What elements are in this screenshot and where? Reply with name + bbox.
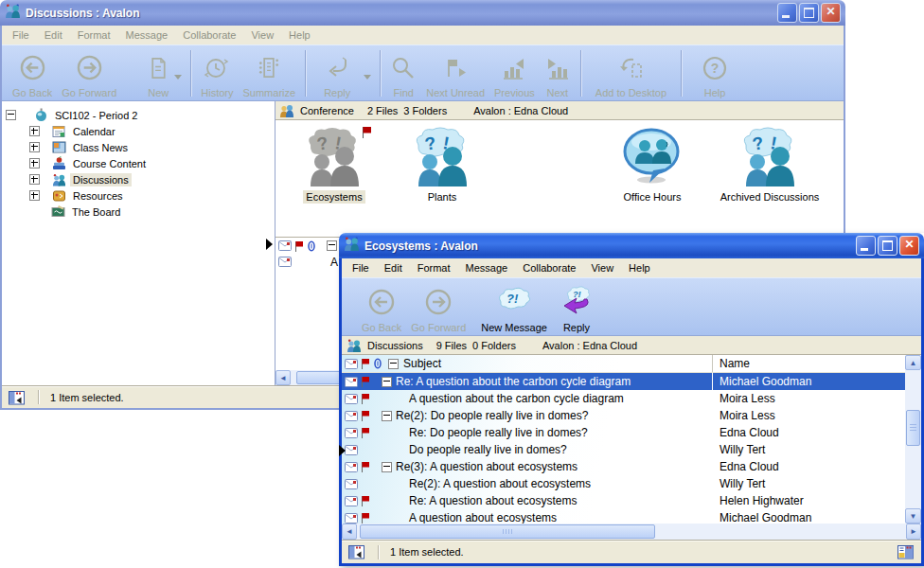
conference-item-archived-discussions[interactable]: ?! Archived Discussions <box>717 126 823 204</box>
table-row[interactable]: Re(2): Do people really live in domes? M… <box>342 407 905 424</box>
message-list: Subject Name Re: A question about the ca… <box>342 355 921 524</box>
sidebar-item-calendar[interactable]: Calendar <box>2 123 275 139</box>
summarize-icon <box>257 48 281 87</box>
attachment-icon <box>308 240 315 252</box>
expand-box-icon[interactable] <box>29 126 40 136</box>
new-dropdown-icon[interactable] <box>174 75 182 80</box>
summarize-button[interactable]: Summarize <box>239 48 301 98</box>
sidebar-item-resources[interactable]: Resources <box>2 187 275 204</box>
panel-toggle-icon[interactable] <box>9 390 25 405</box>
minimize-button[interactable] <box>777 3 797 23</box>
close-button[interactable] <box>821 3 841 23</box>
collapse-thread-icon[interactable] <box>382 462 392 472</box>
titlebar[interactable]: Discussions : Avalon <box>0 0 845 26</box>
unread-flag-icon <box>362 126 372 141</box>
expand-box-icon[interactable] <box>29 158 40 169</box>
conference-item-office-hours[interactable]: Office Hours <box>599 126 705 204</box>
collapse-all-icon[interactable] <box>327 240 337 251</box>
go-forward-button[interactable]: Go Forward <box>57 48 121 98</box>
menu-view[interactable]: View <box>243 27 281 44</box>
new-button[interactable]: New <box>142 48 174 98</box>
collapse-box-icon[interactable] <box>6 110 16 120</box>
history-icon <box>204 48 230 87</box>
table-row[interactable]: Do people really live in domes? Willy Te… <box>342 441 905 458</box>
table-row[interactable]: Re: A question about the carbon cycle di… <box>342 373 905 390</box>
table-row[interactable]: Re(2): A question about ecosystems Willy… <box>342 475 905 492</box>
reply-button[interactable]: Reply <box>311 48 364 98</box>
menu-file[interactable]: File <box>5 27 37 44</box>
office-hours-icon <box>619 126 685 188</box>
menu-format[interactable]: Format <box>410 259 458 276</box>
name-column-header[interactable]: Name <box>712 355 905 372</box>
find-button[interactable]: Find <box>385 48 421 98</box>
help-button[interactable]: ? Help <box>686 48 743 98</box>
horizontal-scrollbar[interactable]: ◄ ► <box>342 524 921 540</box>
maximize-button[interactable] <box>799 3 819 23</box>
scroll-right-icon[interactable]: ► <box>906 524 921 540</box>
menu-file[interactable]: File <box>345 259 377 276</box>
go-back-button[interactable]: Go Back <box>8 48 57 98</box>
menu-format[interactable]: Format <box>70 27 118 44</box>
folder-count: 3 Folders <box>403 105 447 116</box>
menu-edit[interactable]: Edit <box>37 27 70 44</box>
toolbar-separator <box>190 50 191 97</box>
table-row[interactable]: Re: Do people really live in domes? Edna… <box>342 424 905 441</box>
envelope-icon <box>278 240 292 251</box>
tree-root-sci102[interactable]: SCI102 - Period 2 <box>2 107 275 123</box>
scroll-left-icon[interactable]: ◄ <box>275 370 291 385</box>
table-row[interactable]: A question about the carbon cycle diagra… <box>342 390 905 407</box>
titlebar[interactable]: Ecosystems : Avalon <box>339 233 924 258</box>
go-forward-button[interactable]: Go Forward <box>406 281 471 333</box>
reply-dropdown-icon[interactable] <box>364 75 371 80</box>
menu-help[interactable]: Help <box>621 259 658 276</box>
subject-column-header[interactable]: Subject <box>403 357 441 370</box>
view-toggle-icon[interactable] <box>897 544 914 559</box>
go-back-button[interactable]: Go Back <box>357 281 406 333</box>
sidebar-item-the-board[interactable]: The Board <box>2 204 275 220</box>
sidebar-item-course-content[interactable]: Course Content <box>2 155 275 171</box>
panel-toggle-icon[interactable] <box>348 544 364 559</box>
table-row[interactable]: Re: A question about ecosystems Helen Hi… <box>342 492 905 509</box>
conference-item-plants[interactable]: ?! Plants <box>389 126 495 204</box>
expand-box-icon[interactable] <box>29 190 40 201</box>
minimize-button[interactable] <box>856 236 876 256</box>
sidebar-item-discussions[interactable]: Discussions <box>2 171 275 187</box>
scrollbar-thumb[interactable] <box>906 410 920 446</box>
menu-bar: File Edit Format Message Collaborate Vie… <box>2 26 844 44</box>
add-to-desktop-icon <box>616 48 645 87</box>
menu-help[interactable]: Help <box>281 27 318 44</box>
menu-collaborate[interactable]: Collaborate <box>175 27 243 44</box>
new-message-button[interactable]: ?! New Message <box>476 281 552 333</box>
add-to-desktop-button[interactable]: Add to Desktop <box>586 48 676 98</box>
scrollbar-thumb[interactable] <box>360 524 655 539</box>
toolbar-separator <box>681 50 682 97</box>
window-title: Ecosystems : Avalon <box>364 240 478 253</box>
previous-button[interactable]: Previous <box>489 48 540 98</box>
reply-button[interactable]: ?! Reply <box>556 281 597 333</box>
menu-message[interactable]: Message <box>118 27 176 44</box>
history-button[interactable]: History <box>196 48 238 98</box>
scroll-left-icon[interactable]: ◄ <box>342 524 357 540</box>
sidebar-item-class-news[interactable]: Class News <box>2 139 275 155</box>
menu-message[interactable]: Message <box>458 259 516 276</box>
menu-collaborate[interactable]: Collaborate <box>515 259 583 276</box>
menu-view[interactable]: View <box>583 259 621 276</box>
conference-item-ecosystems[interactable]: ?! Ecosystems <box>281 126 387 204</box>
new-document-icon <box>147 48 169 87</box>
table-row[interactable]: A question about ecosystems Michael Good… <box>342 509 905 524</box>
maximize-button[interactable] <box>878 236 897 256</box>
scroll-up-icon[interactable]: ▲ <box>905 355 921 370</box>
scroll-down-icon[interactable]: ▼ <box>905 508 921 524</box>
collapse-thread-icon[interactable] <box>382 377 392 387</box>
next-button[interactable]: Next <box>540 48 576 98</box>
vertical-scrollbar[interactable]: ▲ ▼ <box>905 355 921 524</box>
expand-box-icon[interactable] <box>29 174 40 185</box>
collapse-all-icon[interactable] <box>388 359 399 369</box>
next-unread-button[interactable]: Next Unread <box>421 48 489 98</box>
table-row[interactable]: Re(3): A question about ecosystems Edna … <box>342 458 905 475</box>
collapse-thread-icon[interactable] <box>382 411 392 421</box>
expand-box-icon[interactable] <box>29 142 40 152</box>
close-button[interactable] <box>899 236 919 256</box>
menu-edit[interactable]: Edit <box>377 259 410 276</box>
flag-icon <box>361 358 370 369</box>
